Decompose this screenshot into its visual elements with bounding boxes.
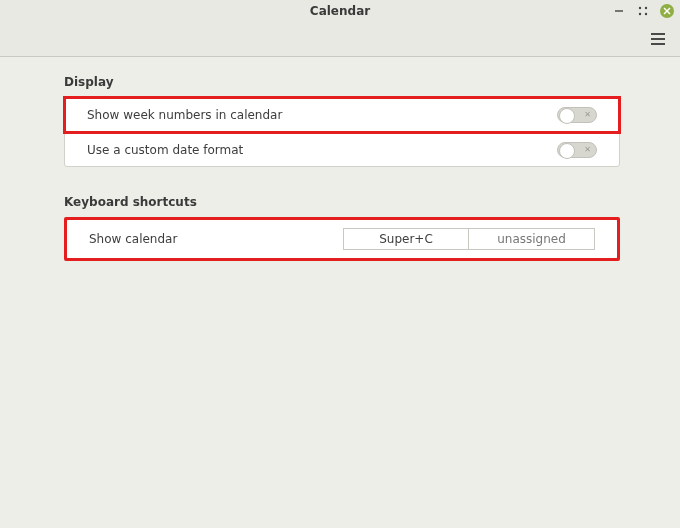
toggle-off-icon: ✕: [584, 146, 591, 154]
close-button[interactable]: [660, 4, 674, 18]
svg-point-4: [645, 13, 647, 15]
content: Display Show week numbers in calendar ✕ …: [0, 57, 680, 261]
display-card: Show week numbers in calendar ✕ Use a cu…: [64, 97, 620, 167]
shortcut-binding-1[interactable]: Super+C: [343, 228, 469, 250]
maximize-icon: [638, 6, 648, 16]
toggle-custom-date-format[interactable]: ✕: [557, 142, 597, 158]
window-controls: [612, 0, 674, 22]
shortcut-binding-2[interactable]: unassigned: [469, 228, 595, 250]
svg-point-2: [645, 7, 647, 9]
shortcuts-highlight: Show calendar Super+C unassigned: [64, 217, 620, 261]
row-show-week-numbers: Show week numbers in calendar ✕: [65, 98, 619, 132]
section-display: Display Show week numbers in calendar ✕ …: [64, 75, 620, 167]
shortcuts-card: Show calendar Super+C unassigned: [67, 220, 617, 258]
toolbar: [0, 22, 680, 57]
row-custom-date-format: Use a custom date format ✕: [65, 132, 619, 166]
section-title-display: Display: [64, 75, 620, 89]
label-show-calendar: Show calendar: [89, 232, 177, 246]
menu-button[interactable]: [648, 29, 668, 49]
titlebar: Calendar: [0, 0, 680, 22]
svg-point-3: [639, 13, 641, 15]
label-custom-date-format: Use a custom date format: [87, 143, 243, 157]
maximize-button[interactable]: [636, 4, 650, 18]
shortcut-fields: Super+C unassigned: [343, 228, 595, 250]
close-icon: [660, 4, 674, 18]
section-title-shortcuts: Keyboard shortcuts: [64, 195, 620, 209]
minimize-icon: [614, 6, 624, 16]
hamburger-icon: [651, 33, 665, 35]
row-show-calendar: Show calendar Super+C unassigned: [67, 220, 617, 258]
window-title: Calendar: [310, 4, 370, 18]
label-show-week-numbers: Show week numbers in calendar: [87, 108, 282, 122]
section-shortcuts: Keyboard shortcuts Show calendar Super+C…: [64, 195, 620, 261]
minimize-button[interactable]: [612, 4, 626, 18]
toggle-show-week-numbers[interactable]: ✕: [557, 107, 597, 123]
toggle-off-icon: ✕: [584, 111, 591, 119]
svg-point-1: [639, 7, 641, 9]
